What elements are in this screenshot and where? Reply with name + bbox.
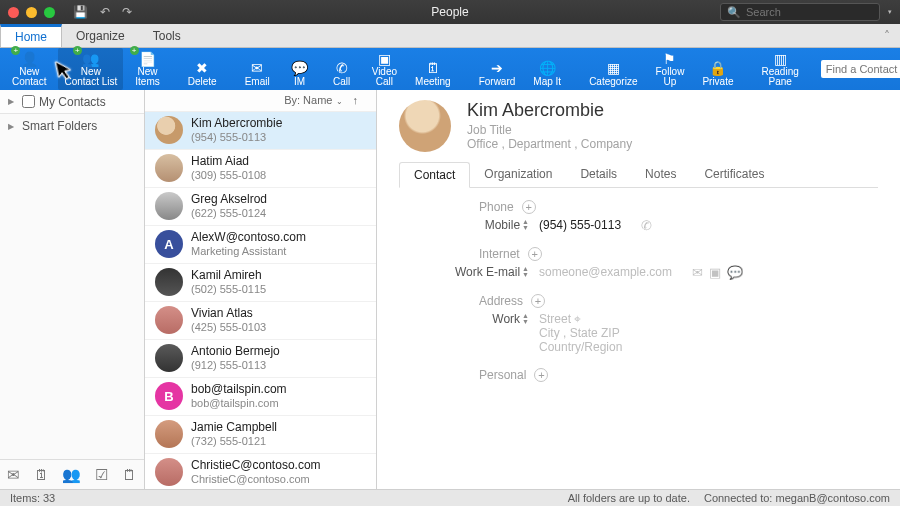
contact-card[interactable]: Kamil Amireh(502) 555-0115 <box>145 264 376 302</box>
items-count: Items: 33 <box>10 492 55 504</box>
chat-icon[interactable]: 💬 <box>727 265 743 280</box>
contact-card[interactable]: AAlexW@contoso.comMarketing Assistant <box>145 226 376 264</box>
status-bar: Items: 33 All folders are up to date. Co… <box>0 489 900 506</box>
phone-type-selector[interactable]: Mobile ▲▼ <box>399 218 529 232</box>
contact-name: Antonio Bermejo <box>191 344 280 358</box>
contact-name: Vivian Atlas <box>191 306 266 320</box>
global-search-input[interactable] <box>746 6 873 18</box>
contact-avatar[interactable] <box>399 100 451 152</box>
private-button[interactable]: 🔒 Private <box>696 48 739 90</box>
sort-by-field: Name <box>303 94 332 106</box>
forward-button[interactable]: ➔ Forward <box>473 48 522 90</box>
add-phone-icon[interactable]: + <box>522 200 536 214</box>
contact-card[interactable]: Bbob@tailspin.combob@tailspin.com <box>145 378 376 416</box>
people-view-icon[interactable]: 👥 <box>62 466 81 484</box>
follow-up-button[interactable]: ⚑ Follow Up <box>649 48 690 90</box>
avatar <box>155 458 183 486</box>
sidebar-item-my-contacts[interactable]: ▶ My Contacts <box>0 90 144 114</box>
mail-view-icon[interactable]: ✉ <box>7 466 20 484</box>
detail-tab-notes[interactable]: Notes <box>631 162 690 187</box>
notes-view-icon[interactable]: 🗒 <box>122 466 137 483</box>
calendar-view-icon[interactable]: 🗓 <box>34 466 49 483</box>
find-contact[interactable] <box>821 60 900 78</box>
detail-tab-contact[interactable]: Contact <box>399 162 470 188</box>
reading-pane-button[interactable]: ▥ Reading Pane <box>756 48 805 90</box>
global-search[interactable]: 🔍 <box>720 3 880 21</box>
phone-value[interactable]: (954) 555-0113 <box>539 218 621 232</box>
country-field[interactable]: Country/Region <box>539 340 622 354</box>
new-contact-label: New Contact <box>12 67 46 87</box>
tab-home[interactable]: Home <box>0 24 62 47</box>
tab-tools[interactable]: Tools <box>139 24 195 47</box>
search-icon: 🔍 <box>727 6 741 19</box>
contact-subtitle: Marketing Assistant <box>191 244 306 258</box>
contact-card[interactable]: Hatim Aiad(309) 555-0108 <box>145 150 376 188</box>
detail-tab-organization[interactable]: Organization <box>470 162 566 187</box>
new-contact-list-button[interactable]: 👥 New Contact List <box>58 48 123 90</box>
find-contact-input[interactable] <box>821 60 900 78</box>
contact-name: Jamie Campbell <box>191 420 277 434</box>
categorize-button[interactable]: ▦ Categorize <box>583 48 643 90</box>
map-it-button[interactable]: 🌐 Map It <box>527 48 567 90</box>
minimize-window-button[interactable] <box>26 7 37 18</box>
titlebar-menu-icon[interactable]: ▾ <box>888 8 892 16</box>
avatar <box>155 344 183 372</box>
delete-button[interactable]: ✖ Delete <box>182 48 223 90</box>
address-type-selector[interactable]: Work ▲▼ <box>399 312 529 326</box>
email-type-selector[interactable]: Work E-mail ▲▼ <box>399 265 529 279</box>
contact-subtitle: (732) 555-0121 <box>191 434 277 448</box>
avatar: B <box>155 382 183 410</box>
tasks-view-icon[interactable]: ☑ <box>95 466 108 484</box>
new-items-button[interactable]: 📄 New Items <box>129 48 165 90</box>
contact-name: bob@tailspin.com <box>191 382 287 396</box>
email-value[interactable]: someone@example.com <box>539 265 672 279</box>
quick-access-toolbar: 💾 ↶ ↷ <box>73 5 132 19</box>
redo-icon[interactable]: ↷ <box>122 5 132 19</box>
job-title-field[interactable]: Job Title <box>467 123 632 137</box>
nav-sidebar: ▶ My Contacts ▶ Smart Folders ✉ 🗓 👥 ☑ 🗒 <box>0 90 145 489</box>
contact-card[interactable]: Kim Abercrombie(954) 555-0113 <box>145 112 376 150</box>
office-department-company-field[interactable]: Office , Department , Company <box>467 137 632 151</box>
contact-card[interactable]: Antonio Bermejo(912) 555-0113 <box>145 340 376 378</box>
zoom-window-button[interactable] <box>44 7 55 18</box>
address-section: Address + Work ▲▼ Street ⌖ City , State … <box>399 294 878 354</box>
detail-tabs: Contact Organization Details Notes Certi… <box>399 162 878 188</box>
tab-organize[interactable]: Organize <box>62 24 139 47</box>
add-internet-icon[interactable]: + <box>528 247 542 261</box>
sort-by-control[interactable]: By: Name ⌄ <box>284 94 342 106</box>
contact-list-body[interactable]: Kim Abercrombie(954) 555-0113Hatim Aiad(… <box>145 112 376 489</box>
add-personal-icon[interactable]: + <box>534 368 548 382</box>
street-field[interactable]: Street <box>539 312 571 326</box>
sidebar-item-smart-folders[interactable]: ▶ Smart Folders <box>0 114 144 138</box>
add-address-icon[interactable]: + <box>531 294 545 308</box>
internet-section: Internet + Work E-mail ▲▼ someone@exampl… <box>399 247 878 280</box>
contact-card[interactable]: Greg Akselrod(622) 555-0124 <box>145 188 376 226</box>
contact-name[interactable]: Kim Abercrombie <box>467 100 632 121</box>
my-contacts-checkbox[interactable] <box>22 95 35 108</box>
call-button[interactable]: ✆ Call <box>324 48 360 90</box>
detail-tab-certificates[interactable]: Certificates <box>690 162 778 187</box>
meeting-button[interactable]: 🗓 Meeting <box>409 48 457 90</box>
map-pin-icon[interactable]: ⌖ <box>574 312 581 326</box>
video-chat-icon[interactable]: ▣ <box>709 265 721 280</box>
detail-tab-details[interactable]: Details <box>566 162 631 187</box>
contact-subtitle: ChristieC@contoso.com <box>191 472 321 486</box>
video-call-button[interactable]: ▣ Video Call <box>366 48 403 90</box>
collapse-ribbon-icon[interactable]: ˄ <box>874 24 900 47</box>
call-phone-icon[interactable]: ✆ <box>641 218 652 233</box>
im-button[interactable]: 💬 IM <box>282 48 318 90</box>
forward-icon: ➔ <box>485 59 509 77</box>
contact-card[interactable]: Jamie Campbell(732) 555-0121 <box>145 416 376 454</box>
email-button[interactable]: ✉ Email <box>239 48 276 90</box>
save-icon[interactable]: 💾 <box>73 5 88 19</box>
close-window-button[interactable] <box>8 7 19 18</box>
city-state-zip-field[interactable]: City , State ZIP <box>539 326 622 340</box>
undo-icon[interactable]: ↶ <box>100 5 110 19</box>
personal-section: Personal + <box>399 368 878 382</box>
sort-direction-toggle[interactable]: ↑ <box>353 94 359 106</box>
send-email-icon[interactable]: ✉ <box>692 265 703 280</box>
contact-card[interactable]: Vivian Atlas(425) 555-0103 <box>145 302 376 340</box>
ribbon: 👤 New Contact 👥 New Contact List 📄 New I… <box>0 48 900 90</box>
contact-card[interactable]: ChristieC@contoso.comChristieC@contoso.c… <box>145 454 376 489</box>
new-contact-button[interactable]: 👤 New Contact <box>6 48 52 90</box>
